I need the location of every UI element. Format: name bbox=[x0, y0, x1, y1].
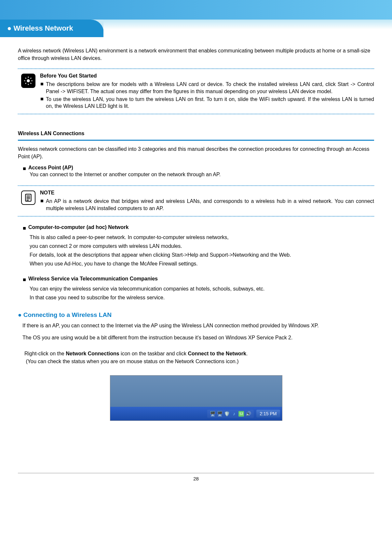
header-title-block: ● Wireless Network bbox=[0, 20, 85, 37]
connecting-p1: If there is an AP, you can connect to th… bbox=[22, 322, 374, 329]
section-wlan-title: Wireless LAN Connections bbox=[18, 131, 374, 138]
telecom-line-1: You can enjoy the wireless service via t… bbox=[30, 284, 374, 293]
before-title: Before You Get Started bbox=[40, 73, 374, 79]
square-bullet-icon bbox=[23, 167, 26, 170]
section-underline bbox=[18, 140, 374, 141]
ap-body: You can connect to the Internet or anoth… bbox=[30, 171, 374, 178]
square-bullet-icon bbox=[41, 83, 43, 85]
ap-title: Access Point (AP) bbox=[28, 165, 73, 171]
tray-volume-icon: 🔊 bbox=[246, 411, 251, 417]
adhoc-line-2: you can connect 2 or more computers with… bbox=[30, 242, 374, 250]
taskbar-clock: 2:15 PM bbox=[256, 410, 280, 418]
step-sub: (You can check the status when you are o… bbox=[26, 359, 238, 364]
system-tray: 🖥️ 🖥️ 🛡️ ♪ 53 🔊 bbox=[207, 410, 254, 418]
connecting-p2: The OS you are using would be a bit diff… bbox=[22, 334, 374, 341]
svg-line-5 bbox=[25, 78, 26, 78]
svg-line-6 bbox=[31, 83, 31, 84]
square-bullet-icon bbox=[23, 278, 26, 281]
tray-shield-icon: 🛡️ bbox=[224, 411, 230, 417]
header-bullet: ● bbox=[7, 24, 11, 32]
tray-music-icon: ♪ bbox=[231, 411, 237, 417]
note-body: An AP is a network device that bridges w… bbox=[46, 198, 374, 212]
connecting-heading-text: Connecting to a Wireless LAN bbox=[23, 311, 112, 318]
before-bullet-2: To use the wireless LAN, you have to tur… bbox=[46, 96, 374, 110]
telecom-title: Wireless Service via Telecommunication C… bbox=[28, 276, 158, 282]
header-curve bbox=[85, 20, 392, 37]
windows-taskbar: 🖥️ 🖥️ 🛡️ ♪ 53 🔊 2:15 PM bbox=[110, 407, 282, 420]
step-instruction: Right-click on the Network Connections i… bbox=[24, 350, 374, 365]
page-footer: 28 bbox=[18, 473, 374, 481]
svg-line-8 bbox=[31, 78, 31, 78]
svg-point-0 bbox=[27, 79, 30, 82]
tray-monitor-icon: 🖥️ bbox=[217, 411, 223, 417]
top-gradient-bar bbox=[0, 0, 392, 20]
dotted-separator bbox=[18, 114, 374, 114]
note-title: NOTE bbox=[40, 190, 374, 196]
dotted-separator bbox=[18, 68, 374, 69]
telecom-line-2: In that case you need to subscribe for t… bbox=[30, 293, 374, 302]
note-icon bbox=[21, 191, 35, 205]
svg-line-7 bbox=[25, 83, 26, 84]
sun-icon bbox=[21, 74, 35, 88]
adhoc-line-1: This is also called a peer-to-peer netwo… bbox=[30, 233, 374, 242]
before-you-start-block: Before You Get Started The descriptions … bbox=[18, 71, 374, 111]
square-bullet-icon bbox=[23, 227, 26, 230]
square-bullet-icon bbox=[41, 200, 43, 202]
intro-paragraph: A wireless network (Wireless LAN) enviro… bbox=[18, 47, 374, 62]
square-bullet-icon bbox=[41, 98, 43, 100]
adhoc-line-3: For details, look at the descriptions th… bbox=[30, 250, 374, 259]
page-title: Wireless Network bbox=[13, 24, 73, 32]
tray-badge-icon: 53 bbox=[238, 411, 244, 417]
adhoc-title: Computer-to-computer (ad hoc) Network bbox=[28, 224, 128, 230]
taskbar-screenshot: 🖥️ 🖥️ 🛡️ ♪ 53 🔊 2:15 PM bbox=[110, 375, 282, 421]
page-header: ● Wireless Network bbox=[0, 20, 392, 37]
section-intro: Wireless network connections can be clas… bbox=[18, 145, 374, 160]
page-number: 28 bbox=[193, 476, 199, 481]
page-content: A wireless network (Wireless LAN) enviro… bbox=[0, 37, 392, 434]
before-bullet-1: The descriptions below are for models wi… bbox=[46, 81, 374, 95]
note-block: NOTE An AP is a network device that brid… bbox=[18, 188, 374, 214]
connecting-heading: ● Connecting to a Wireless LAN bbox=[18, 311, 374, 319]
dotted-separator bbox=[18, 216, 374, 217]
dotted-separator bbox=[18, 185, 374, 186]
adhoc-line-4: When you use Ad-Hoc, you have to change … bbox=[30, 259, 374, 268]
blue-bullet: ● bbox=[18, 311, 21, 318]
tray-network-icon: 🖥️ bbox=[210, 411, 215, 417]
